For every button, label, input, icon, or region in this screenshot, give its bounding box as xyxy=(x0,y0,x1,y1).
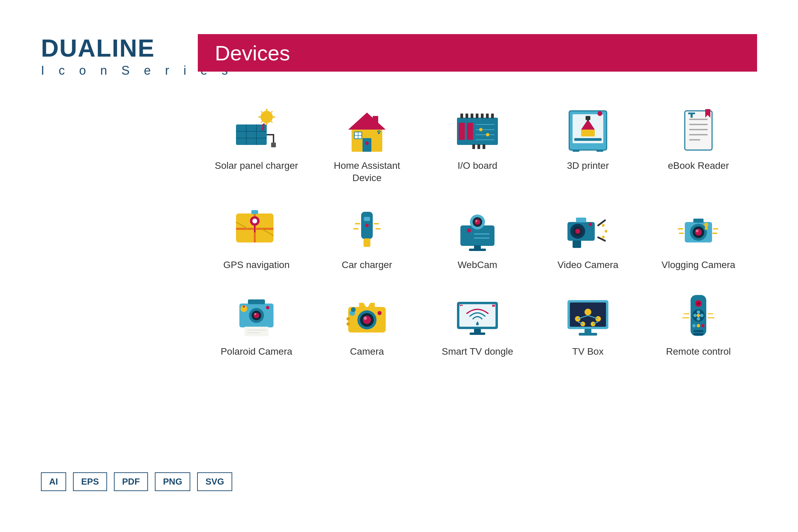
ebook-reader-label: eBook Reader xyxy=(668,160,729,172)
svg-point-23 xyxy=(365,142,369,145)
vlogging-camera-icon xyxy=(675,205,722,253)
icon-cell-remote-control: Remote control xyxy=(647,292,750,358)
svg-point-164 xyxy=(697,314,700,317)
svg-point-163 xyxy=(700,314,704,317)
svg-rect-98 xyxy=(573,240,581,248)
video-camera-icon xyxy=(564,205,612,253)
svg-point-162 xyxy=(693,314,697,317)
svg-rect-65 xyxy=(691,114,693,118)
svg-rect-37 xyxy=(467,123,473,140)
svg-point-27 xyxy=(378,132,380,134)
svg-rect-49 xyxy=(574,138,602,141)
svg-rect-91 xyxy=(469,249,486,251)
camera-icon xyxy=(343,292,391,339)
vlogging-camera-label: Vlogging Camera xyxy=(662,259,735,271)
icon-cell-webcam: WebCam xyxy=(426,205,529,271)
svg-point-145 xyxy=(585,309,591,315)
smart-tv-dongle-icon xyxy=(454,292,501,339)
remote-control-label: Remote control xyxy=(666,345,731,358)
solar-panel-charger-icon xyxy=(233,106,280,153)
svg-rect-154 xyxy=(585,329,591,334)
video-camera-label: Video Camera xyxy=(558,259,618,271)
format-badges: AI EPS PDF PNG SVG xyxy=(41,472,232,491)
webcam-label: WebCam xyxy=(458,259,497,271)
svg-point-124 xyxy=(266,306,269,309)
svg-rect-73 xyxy=(251,210,258,214)
svg-rect-33 xyxy=(481,114,484,118)
svg-point-86 xyxy=(475,220,477,222)
icon-cell-vlogging-camera: Vlogging Camera xyxy=(647,205,750,271)
io-board-label: I/O board xyxy=(458,160,498,172)
icon-cell-gps-navigation: GPS navigation xyxy=(205,205,308,271)
svg-point-53 xyxy=(587,119,589,121)
svg-point-96 xyxy=(589,223,592,226)
svg-rect-97 xyxy=(576,218,586,222)
icon-cell-car-charger: Car charger xyxy=(315,205,419,271)
svg-rect-168 xyxy=(693,330,704,332)
camera-label: Camera xyxy=(350,345,384,358)
banner-title: Devices xyxy=(215,41,290,65)
svg-point-132 xyxy=(364,316,367,320)
webcam-icon xyxy=(454,205,501,253)
svg-point-166 xyxy=(697,324,700,327)
svg-point-137 xyxy=(346,322,350,326)
svg-marker-17 xyxy=(348,113,386,130)
svg-point-103 xyxy=(602,236,605,238)
polaroid-camera-icon xyxy=(233,292,280,339)
svg-point-42 xyxy=(479,128,483,131)
svg-point-108 xyxy=(696,230,698,232)
svg-line-6 xyxy=(271,121,272,123)
svg-point-160 xyxy=(697,310,700,314)
svg-rect-125 xyxy=(245,327,268,336)
svg-rect-35 xyxy=(491,114,494,118)
svg-point-95 xyxy=(575,229,580,234)
svg-point-135 xyxy=(378,311,382,315)
svg-point-121 xyxy=(254,313,256,315)
svg-rect-75 xyxy=(364,238,370,247)
svg-point-43 xyxy=(486,133,489,136)
svg-point-101 xyxy=(602,224,605,227)
svg-line-8 xyxy=(261,121,262,123)
svg-rect-14 xyxy=(271,143,276,147)
svg-rect-18 xyxy=(373,116,378,125)
svg-rect-9 xyxy=(236,124,267,145)
svg-rect-141 xyxy=(474,329,481,333)
format-badge-pdf: PDF xyxy=(114,472,148,491)
car-charger-icon xyxy=(343,205,391,253)
icon-cell-3d-printer: 3D printer xyxy=(536,106,640,184)
3d-printer-icon xyxy=(564,106,612,153)
svg-line-7 xyxy=(271,111,272,113)
svg-rect-56 xyxy=(596,150,603,152)
svg-point-165 xyxy=(692,324,696,327)
tv-box-label: TV Box xyxy=(572,345,604,358)
icon-cell-ebook-reader: eBook Reader xyxy=(647,106,750,184)
svg-point-102 xyxy=(605,230,607,233)
smart-tv-dongle-label: Smart TV dongle xyxy=(442,345,513,358)
svg-rect-29 xyxy=(460,114,463,118)
tv-box-icon xyxy=(564,292,612,339)
svg-rect-64 xyxy=(688,113,695,114)
svg-point-85 xyxy=(475,219,480,225)
icon-cell-io-board: I/O board xyxy=(426,106,529,184)
svg-rect-142 xyxy=(470,332,485,335)
polaroid-camera-label: Polaroid Camera xyxy=(221,345,292,358)
svg-point-167 xyxy=(701,324,705,327)
svg-point-87 xyxy=(467,228,471,233)
ebook-reader-icon xyxy=(675,106,722,153)
svg-rect-117 xyxy=(248,299,265,304)
svg-point-140 xyxy=(476,323,479,325)
icon-cell-camera: Camera xyxy=(315,292,419,358)
svg-rect-169 xyxy=(693,333,704,335)
format-badge-png: PNG xyxy=(155,472,190,491)
home-assistant-device-label: Home AssistantDevice xyxy=(334,160,400,184)
svg-rect-46 xyxy=(483,144,485,149)
svg-rect-55 xyxy=(573,150,579,152)
svg-point-0 xyxy=(261,111,273,123)
svg-rect-155 xyxy=(579,333,597,336)
io-board-icon xyxy=(454,106,501,153)
svg-rect-113 xyxy=(693,219,704,223)
svg-point-134 xyxy=(351,307,356,312)
svg-rect-44 xyxy=(472,144,475,149)
svg-point-81 xyxy=(365,224,369,227)
icon-cell-smart-tv-dongle: Smart TV dongle xyxy=(426,292,529,358)
